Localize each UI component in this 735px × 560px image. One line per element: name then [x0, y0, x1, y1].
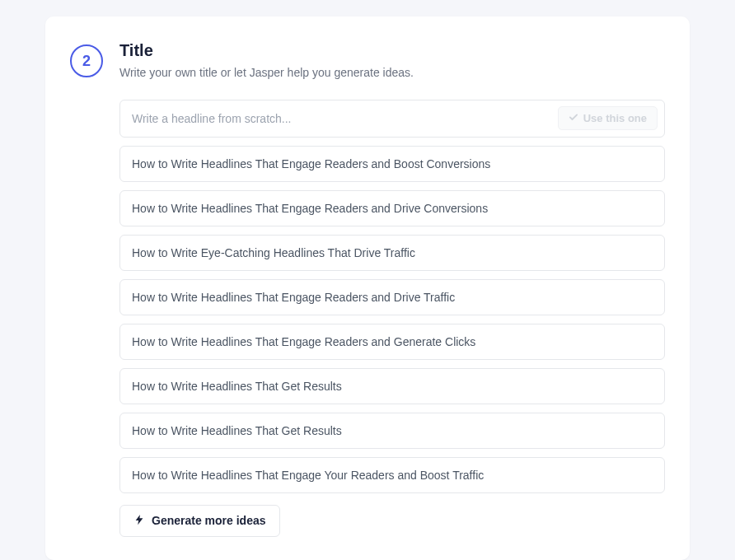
card-title: Title — [119, 41, 665, 60]
generate-button-label: Generate more ideas — [152, 514, 266, 527]
use-this-one-button[interactable]: Use this one — [558, 106, 658, 130]
headline-suggestion[interactable]: How to Write Headlines That Engage Reade… — [119, 279, 665, 315]
headline-suggestion[interactable]: How to Write Eye-Catching Headlines That… — [119, 235, 665, 271]
headline-input-row: Use this one — [119, 100, 665, 138]
headline-input[interactable] — [120, 105, 558, 132]
card-header: 2 Title Write your own title or let Jasp… — [70, 41, 665, 82]
headline-suggestion[interactable]: How to Write Headlines That Engage Your … — [119, 457, 665, 493]
generate-more-button[interactable]: Generate more ideas — [119, 505, 280, 537]
headline-suggestion[interactable]: How to Write Headlines That Engage Reade… — [119, 190, 665, 226]
step-number: 2 — [82, 53, 91, 70]
headline-suggestion[interactable]: How to Write Headlines That Get Results — [119, 413, 665, 449]
card-subtitle: Write your own title or let Jasper help … — [119, 65, 665, 82]
suggestions-list: How to Write Headlines That Engage Reade… — [119, 146, 665, 493]
use-button-label: Use this one — [583, 112, 647, 124]
headline-suggestion[interactable]: How to Write Headlines That Engage Reade… — [119, 324, 665, 360]
title-step-card: 2 Title Write your own title or let Jasp… — [45, 16, 690, 560]
check-icon — [569, 112, 578, 124]
card-content: Use this one How to Write Headlines That… — [119, 100, 665, 537]
header-text: Title Write your own title or let Jasper… — [119, 41, 665, 82]
lightning-icon — [133, 514, 145, 528]
headline-suggestion[interactable]: How to Write Headlines That Get Results — [119, 368, 665, 404]
step-number-badge: 2 — [70, 44, 103, 77]
headline-suggestion[interactable]: How to Write Headlines That Engage Reade… — [119, 146, 665, 182]
